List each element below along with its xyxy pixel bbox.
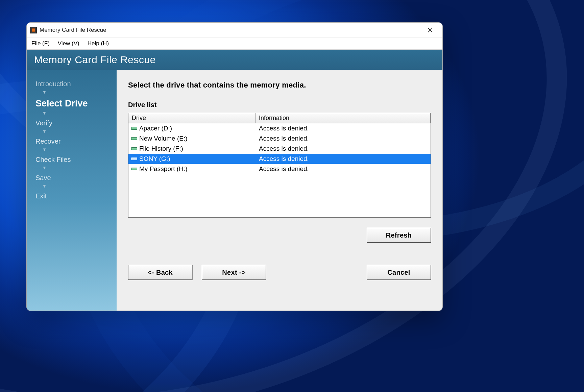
cancel-button[interactable]: Cancel	[367, 265, 431, 280]
column-drive[interactable]: Drive	[128, 113, 256, 123]
column-information[interactable]: Information	[256, 113, 431, 123]
wizard-step-verify[interactable]: Verify	[35, 119, 117, 128]
drive-name: Apacer (D:)	[139, 125, 172, 132]
drive-icon	[131, 157, 137, 160]
chevron-down-icon	[42, 166, 117, 170]
back-button[interactable]: <- Back	[128, 265, 192, 280]
app-icon	[30, 27, 37, 33]
drive-name: My Passport (H:)	[139, 165, 188, 173]
wizard-step-select-drive[interactable]: Select Drive	[35, 98, 117, 109]
drive-name: SONY (G:)	[139, 155, 170, 163]
menu-bar: File (F) View (V) Help (H)	[27, 38, 442, 50]
banner: Memory Card File Rescue	[27, 50, 442, 70]
chevron-down-icon	[42, 147, 117, 152]
menu-view[interactable]: View (V)	[58, 40, 79, 47]
drive-name: File History (F:)	[139, 145, 183, 152]
main-panel: Select the drive that contains the memor…	[117, 70, 442, 311]
close-button[interactable]	[422, 23, 438, 38]
drive-info: Access is denied.	[256, 135, 431, 142]
drive-icon	[131, 127, 137, 130]
drive-icon	[131, 137, 137, 140]
chevron-down-icon	[42, 90, 117, 94]
menu-help[interactable]: Help (H)	[88, 40, 109, 47]
drive-list-label: Drive list	[128, 101, 431, 109]
chevron-down-icon	[42, 184, 117, 188]
table-body: Apacer (D:)Access is denied.New Volume (…	[128, 123, 431, 217]
drive-info: Access is denied.	[256, 155, 431, 163]
drive-row[interactable]: My Passport (H:)Access is denied.	[128, 164, 431, 174]
wizard-footer: <- Back Next -> Cancel	[128, 265, 431, 280]
drive-name: New Volume (E:)	[139, 135, 188, 142]
chevron-down-icon	[42, 111, 117, 115]
window-title: Memory Card File Rescue	[40, 27, 106, 33]
drive-row[interactable]: New Volume (E:)Access is denied.	[128, 133, 431, 144]
table-header: Drive Information	[128, 113, 431, 123]
wizard-step-save[interactable]: Save	[35, 173, 117, 182]
wizard-step-recover[interactable]: Recover	[35, 137, 117, 146]
title-bar[interactable]: Memory Card File Rescue	[27, 23, 442, 38]
drive-icon	[131, 147, 137, 150]
drive-table: Drive Information Apacer (D:)Access is d…	[128, 113, 431, 218]
chevron-down-icon	[42, 129, 117, 133]
refresh-button[interactable]: Refresh	[367, 228, 431, 243]
wizard-sidebar: IntroductionSelect DriveVerifyRecoverChe…	[27, 70, 117, 311]
drive-icon	[131, 168, 137, 170]
next-button[interactable]: Next ->	[202, 265, 266, 280]
drive-row[interactable]: File History (F:)Access is denied.	[128, 144, 431, 154]
wizard-step-exit[interactable]: Exit	[35, 192, 117, 201]
drive-row[interactable]: SONY (G:)Access is denied.	[128, 154, 431, 164]
instruction-text: Select the drive that contains the memor…	[128, 81, 431, 90]
close-icon	[428, 27, 433, 33]
wizard-step-introduction[interactable]: Introduction	[35, 79, 117, 89]
drive-row[interactable]: Apacer (D:)Access is denied.	[128, 123, 431, 133]
drive-info: Access is denied.	[256, 165, 431, 173]
menu-file[interactable]: File (F)	[31, 40, 50, 47]
app-window: Memory Card File Rescue File (F) View (V…	[26, 22, 443, 311]
drive-info: Access is denied.	[256, 125, 431, 132]
wizard-step-check-files[interactable]: Check Files	[35, 155, 117, 164]
banner-title: Memory Card File Rescue	[34, 54, 156, 66]
drive-info: Access is denied.	[256, 145, 431, 152]
